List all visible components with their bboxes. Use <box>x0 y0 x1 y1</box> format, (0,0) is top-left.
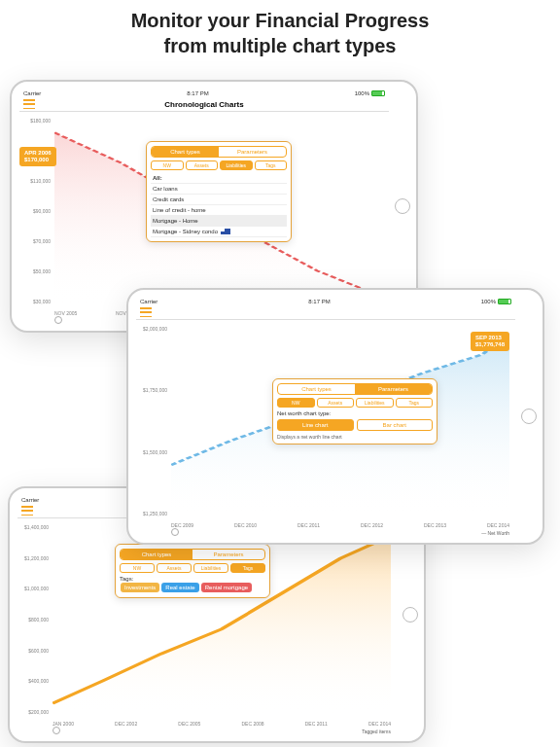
tick-label: DEC 2011 <box>305 721 328 727</box>
tab-chart-types[interactable]: Chart types <box>278 384 355 394</box>
tab-parameters[interactable]: Parameters <box>219 147 286 157</box>
tag-chip[interactable]: Investments <box>121 583 159 592</box>
tick-label: DEC 2011 <box>298 522 320 528</box>
screen-2: Carrier 8:17 PM 100% $1,250,000$1,500,00… <box>136 298 515 535</box>
refresh-icon[interactable] <box>54 316 62 324</box>
list-item[interactable]: Car loans <box>151 184 287 195</box>
tick-label: $90,000 <box>21 208 51 214</box>
subtab-assets[interactable]: Assets <box>186 160 219 170</box>
sub-tabs[interactable]: NW Assets Liabilities Tags <box>151 160 287 170</box>
battery-indicator: 100% <box>355 90 385 96</box>
y-axis-3: $200,000$400,000$600,000$800,000$1,000,0… <box>19 524 49 715</box>
list-item[interactable]: Mortgage - Sidney condo <box>151 227 287 237</box>
subtab-assets[interactable]: Assets <box>317 398 355 408</box>
tick-label: $1,750,000 <box>138 387 167 393</box>
x-axis-2: DEC 2009DEC 2010DEC 2011DEC 2012DEC 2013… <box>171 522 509 528</box>
subtab-tags[interactable]: Tags <box>396 398 434 408</box>
chart-options-popover[interactable]: Chart types Parameters NW Assets Liabili… <box>272 378 438 445</box>
list-item[interactable]: Credit cards <box>151 195 287 205</box>
callout-value: $170,000 <box>24 157 52 163</box>
tick-label: DEC 2012 <box>361 522 383 528</box>
list-item[interactable]: Line of credit - home <box>151 205 287 216</box>
headline-line1: Monitor your Financial Progress <box>0 8 560 33</box>
tick-label: DEC 2013 <box>424 522 446 528</box>
tab-parameters[interactable]: Parameters <box>192 550 264 559</box>
top-tabs[interactable]: Chart types Parameters <box>277 383 433 395</box>
tick-label: $400,000 <box>19 678 49 684</box>
data-callout-1: APR 2006 $170,000 <box>19 147 56 166</box>
top-tabs[interactable]: Chart types Parameters <box>151 146 287 158</box>
subtab-nw[interactable]: NW <box>151 160 184 170</box>
refresh-icon[interactable] <box>52 727 60 734</box>
battery-pct: 100% <box>481 299 496 304</box>
headline-line2: from multiple chart types <box>0 33 560 58</box>
tick-label: $1,400,000 <box>19 524 49 530</box>
tick-label: $30,000 <box>21 299 51 304</box>
sub-tabs[interactable]: NW Assets Liabilities Tags <box>120 563 265 573</box>
battery-icon <box>371 90 385 96</box>
subtab-liabilities[interactable]: Liabilities <box>220 160 253 170</box>
btn-bar-chart[interactable]: Bar chart <box>357 419 434 431</box>
menu-icon[interactable] <box>140 307 152 317</box>
tick-label: DEC 2005 <box>178 721 200 727</box>
tab-parameters[interactable]: Parameters <box>355 384 432 394</box>
subtab-nw[interactable]: NW <box>277 398 315 408</box>
tick-label: DEC 2010 <box>234 522 257 528</box>
carrier-label: Carrier <box>140 299 158 304</box>
param-desc: Displays a net worth line chart <box>277 434 433 440</box>
tag-list[interactable]: InvestmentsReal estateRental mortgage <box>120 582 265 593</box>
callout-value: $1,776,748 <box>475 341 505 348</box>
subtab-liabilities[interactable]: Liabilities <box>356 398 394 408</box>
list-header: All: <box>151 173 287 184</box>
liability-list[interactable]: Car loansCredit cardsLine of credit - ho… <box>151 184 287 237</box>
chart-area-2: $1,250,000$1,500,000$1,750,000$2,000,000… <box>136 320 515 536</box>
home-button-icon <box>521 409 537 424</box>
refresh-icon[interactable] <box>171 528 179 536</box>
tab-chart-types[interactable]: Chart types <box>152 147 219 157</box>
tick-label: $2,000,000 <box>138 326 167 332</box>
x-axis-3: JAN 2000DEC 2002DEC 2005DEC 2008DEC 2011… <box>52 721 391 727</box>
list-item[interactable]: Mortgage - Home <box>151 216 287 227</box>
chart-area-3: $200,000$400,000$600,000$800,000$1,000,0… <box>18 518 397 734</box>
legend-3: Tagged items <box>362 729 391 734</box>
tag-chip[interactable]: Rental mortgage <box>201 583 252 592</box>
param-caption: Net worth chart type: <box>277 410 433 416</box>
subtab-assets[interactable]: Assets <box>157 563 192 573</box>
chart-options-popover[interactable]: Chart types Parameters NW Assets Liabili… <box>146 141 292 242</box>
callout-date: SEP 2013 <box>475 335 505 341</box>
clock-label: 8:17 PM <box>308 299 330 304</box>
tick-label: $1,500,000 <box>138 449 167 455</box>
menu-icon[interactable] <box>21 506 33 516</box>
nav-bar: Chronological Charts <box>19 97 389 112</box>
battery-indicator: 100% <box>481 299 511 304</box>
tag-chip[interactable]: Real estate <box>161 583 198 592</box>
tick-label: DEC 2002 <box>115 721 137 727</box>
tick-label: $110,000 <box>21 178 51 184</box>
menu-icon[interactable] <box>23 99 35 109</box>
tick-label: $70,000 <box>21 238 51 244</box>
ipad-frame-2: Carrier 8:17 PM 100% $1,250,000$1,500,00… <box>126 288 544 545</box>
tick-label: $800,000 <box>19 617 49 622</box>
subtab-tags[interactable]: Tags <box>230 563 265 573</box>
tick-label: DEC 2008 <box>242 721 264 727</box>
chart-options-popover[interactable]: Chart types Parameters NW Assets Liabili… <box>115 544 270 598</box>
status-bar: Carrier 8:17 PM 100% <box>19 89 389 97</box>
tick-label: DEC 2014 <box>487 522 509 528</box>
top-tabs[interactable]: Chart types Parameters <box>120 549 265 560</box>
battery-pct: 100% <box>355 90 369 96</box>
clock-label: 8:17 PM <box>187 90 208 96</box>
subtab-liabilities[interactable]: Liabilities <box>193 563 228 573</box>
battery-icon <box>498 299 511 304</box>
y-axis-1: $30,000$50,000$70,000$90,000$110,000$150… <box>21 118 51 304</box>
legend-2: — Net Worth <box>481 530 509 536</box>
subtab-tags[interactable]: Tags <box>255 160 288 170</box>
tab-chart-types[interactable]: Chart types <box>121 550 192 559</box>
chart-type-buttons[interactable]: Line chart Bar chart <box>277 419 433 431</box>
subtab-nw[interactable]: NW <box>120 563 155 573</box>
callout-date: APR 2006 <box>24 150 52 157</box>
sub-tabs[interactable]: NW Assets Liabilities Tags <box>277 398 433 408</box>
home-button-icon <box>402 607 418 622</box>
tick-label: $200,000 <box>19 709 49 715</box>
y-axis-2: $1,250,000$1,500,000$1,750,000$2,000,000 <box>138 326 167 516</box>
btn-line-chart[interactable]: Line chart <box>277 419 354 431</box>
